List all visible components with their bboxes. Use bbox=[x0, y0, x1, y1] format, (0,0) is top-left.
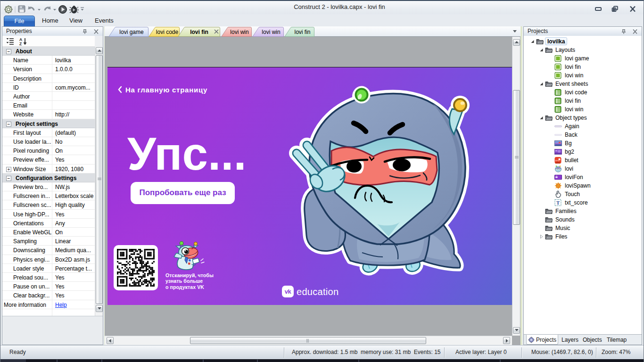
svg-text:Z: Z bbox=[19, 41, 22, 46]
svg-text:lovi game: lovi game bbox=[119, 29, 144, 35]
svg-text:lovi fin: lovi fin bbox=[294, 29, 310, 35]
svg-text:lovi code: lovi code bbox=[156, 29, 179, 35]
svg-text:AliExp: AliExp bbox=[555, 160, 560, 162]
svg-text:T: T bbox=[556, 200, 560, 206]
svg-text:lovi fin: lovi fin bbox=[190, 29, 208, 35]
svg-text:lovi win: lovi win bbox=[262, 29, 280, 35]
svg-text:lovi win: lovi win bbox=[230, 29, 248, 35]
